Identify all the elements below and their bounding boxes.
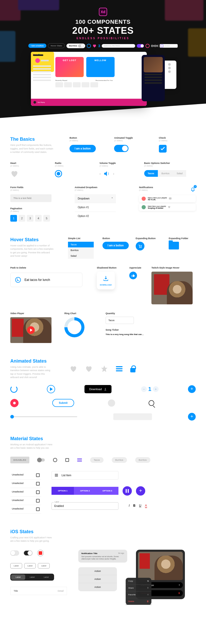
- options-switcher[interactable]: TacosBurritosSalad: [144, 170, 196, 177]
- page-3[interactable]: 3: [27, 215, 33, 222]
- material-text-field[interactable]: LabelEnabled: [52, 502, 118, 510]
- heart-icon[interactable]: [70, 365, 77, 372]
- material-switch[interactable]: [38, 458, 45, 462]
- submit-button[interactable]: Submit: [52, 399, 74, 407]
- segment[interactable]: Label: [11, 574, 25, 580]
- bell-icon[interactable]: 2: [190, 186, 196, 192]
- search-pill[interactable]: SEARCH ALL THE THINGS: [102, 44, 135, 48]
- fab-button[interactable]: +: [188, 413, 196, 421]
- quantity-input[interactable]: Tacos: [106, 317, 134, 324]
- stepper-plus[interactable]: +: [153, 386, 159, 392]
- animated-toggle[interactable]: [114, 145, 128, 152]
- hover-button[interactable]: I am a button: [102, 242, 129, 249]
- menu-delete[interactable]: Delete🗑: [126, 598, 151, 605]
- checkbox[interactable]: [159, 145, 167, 153]
- ios-switch-on[interactable]: [24, 550, 32, 556]
- notification-item[interactable]: Marco likes your playlistXD 4 Life.: [139, 195, 196, 202]
- pill-burritos[interactable]: Burritos: [66, 44, 85, 48]
- star-icon[interactable]: [100, 365, 108, 373]
- ios-chip[interactable]: Label: [10, 563, 22, 568]
- pill-hover-state[interactable]: Hover State: [48, 43, 65, 48]
- material-checkbox[interactable]: [36, 499, 40, 503]
- play-button[interactable]: [27, 326, 35, 334]
- page-5[interactable]: 5: [43, 215, 50, 222]
- chip-burritos[interactable]: Burritos: [112, 457, 127, 463]
- ios-segmented-control[interactable]: LabelLabelLabel: [10, 574, 54, 581]
- action-item[interactable]: Action: [78, 567, 117, 575]
- radio-button[interactable]: [55, 170, 62, 177]
- notification-item[interactable]: Mark likes your playlistScoping of Adobe…: [139, 204, 196, 211]
- volume-icon[interactable]: [103, 170, 111, 177]
- dropdown-option-2[interactable]: Option #2: [75, 212, 116, 220]
- chip-tacos[interactable]: Tacos: [90, 457, 104, 463]
- page-4[interactable]: 4: [35, 215, 42, 222]
- expanding-folder[interactable]: [169, 242, 179, 249]
- shadowed-button[interactable]: DOWNLOAD: [97, 272, 115, 289]
- stepper-minus[interactable]: −: [141, 386, 147, 392]
- lock-icon[interactable]: [130, 368, 135, 372]
- action-item[interactable]: Action: [78, 575, 117, 583]
- tab-option-3[interactable]: OPTION 3: [96, 487, 118, 495]
- underline-button[interactable]: U: [139, 504, 141, 508]
- ios-record-button[interactable]: [37, 550, 44, 556]
- option-salad[interactable]: Salad: [173, 170, 186, 177]
- color-button[interactable]: A: [145, 504, 147, 508]
- chevron-right-icon[interactable]: ›: [113, 172, 114, 176]
- material-list-item[interactable]: List Item: [52, 471, 118, 480]
- ios-chip[interactable]: Label: [38, 563, 50, 568]
- page-1[interactable]: 1: [10, 215, 17, 222]
- primary-button[interactable]: I am a button: [70, 145, 96, 152]
- play-outline-button[interactable]: [47, 385, 55, 393]
- ios-chip[interactable]: Label: [24, 563, 36, 568]
- material-checkbox[interactable]: [36, 490, 40, 494]
- ios-notification[interactable]: Notification Title3m ago Sed posuere con…: [78, 550, 127, 563]
- list-item-salad[interactable]: Salad: [68, 253, 94, 259]
- appreciate-button[interactable]: [129, 272, 137, 279]
- menu-favorite[interactable]: Favorite☆: [126, 591, 151, 598]
- dropdown-option-1[interactable]: Option #1: [75, 203, 116, 212]
- action-item[interactable]: Action: [78, 583, 117, 591]
- download-button[interactable]: Download: [84, 385, 111, 393]
- heart-icon[interactable]: [85, 365, 93, 372]
- dropdown[interactable]: Dropdown˄ Option #1 Option #2: [75, 194, 116, 220]
- chip-burritos[interactable]: Burritos: [135, 457, 150, 463]
- bold-button[interactable]: B: [133, 504, 135, 508]
- fab-button[interactable]: +: [188, 385, 196, 393]
- list-item-tacos[interactable]: Tacos: [68, 242, 94, 247]
- material-checkbox[interactable]: [36, 482, 40, 486]
- tab-option-1[interactable]: OPTION 1: [52, 487, 74, 495]
- pill-button[interactable]: I am a button: [28, 44, 46, 48]
- search-icon[interactable]: [149, 400, 154, 406]
- record-button[interactable]: [10, 399, 19, 407]
- heart-icon[interactable]: [10, 170, 19, 177]
- hamburger-icon[interactable]: [116, 366, 123, 371]
- page-2[interactable]: 2: [19, 215, 25, 222]
- add-fab[interactable]: +: [136, 486, 145, 496]
- gradient-switch[interactable]: [137, 44, 144, 48]
- menu-icon[interactable]: [77, 458, 82, 462]
- material-checkbox[interactable]: [65, 458, 69, 462]
- option-tacos[interactable]: Tacos: [144, 170, 158, 177]
- material-checkbox[interactable]: [36, 507, 40, 511]
- segment[interactable]: Label: [25, 574, 39, 580]
- chevron-left-icon[interactable]: ‹: [99, 172, 101, 176]
- option-burritos[interactable]: Burritos: [158, 170, 173, 177]
- menu-share[interactable]: Share⇪: [126, 585, 151, 591]
- segment[interactable]: Label: [39, 574, 53, 580]
- morph-circle[interactable]: [108, 399, 115, 407]
- text-field[interactable]: [10, 194, 52, 202]
- material-radio[interactable]: [53, 458, 57, 462]
- pause-fab[interactable]: [123, 486, 132, 496]
- list-item-burritos[interactable]: Burritos: [68, 247, 94, 253]
- menu-copy[interactable]: Copy⧉: [126, 578, 151, 585]
- tab-option-2[interactable]: OPTION 2: [74, 487, 96, 495]
- video-player[interactable]: [10, 317, 52, 343]
- italic-button[interactable]: I: [129, 504, 130, 508]
- material-checkbox[interactable]: [36, 473, 40, 477]
- ios-switch-off[interactable]: [10, 550, 19, 556]
- expanding-cart-button[interactable]: [136, 242, 144, 250]
- text-input[interactable]: [113, 413, 152, 420]
- twitch-image-hover[interactable]: [151, 272, 193, 304]
- peek-to-delete[interactable]: Eat tacos for lunch: [10, 273, 82, 287]
- slider[interactable]: [10, 416, 77, 417]
